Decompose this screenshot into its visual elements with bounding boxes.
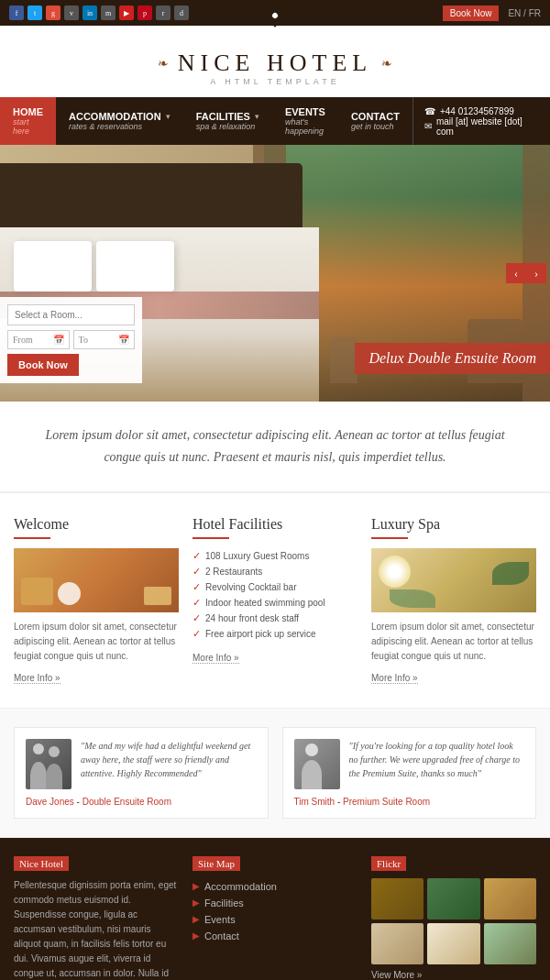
facility-1: 2 Restaurants [205, 567, 262, 577]
author-2-name: Tim Smith [294, 797, 336, 807]
testimonial-2: "If you're looking for a top quality hot… [282, 727, 537, 819]
footer-link-events[interactable]: ▶ Events [192, 911, 358, 928]
nav-events-label: EVENTS [285, 106, 325, 117]
check-icon: ✓ [192, 581, 201, 593]
testimonial-2-avatar [294, 739, 340, 789]
footer-sitemap-title: Site Map [192, 856, 358, 871]
nav-home-label: HOME [13, 106, 43, 117]
pinterest-icon[interactable]: p [138, 6, 152, 20]
footer-link-events-label: Events [204, 914, 236, 925]
facilities-arrow: ▾ [255, 112, 259, 121]
footer-sitemap-badge: Site Map [192, 856, 240, 871]
facility-2: Revolving Cocktail bar [205, 582, 297, 592]
spa-more-info-link[interactable]: More Info [371, 673, 418, 684]
nav-accommodation-sub: rates & reservations [69, 122, 170, 131]
spa-image [371, 548, 536, 612]
twitter-icon[interactable]: t [28, 6, 42, 20]
footer-col-sitemap: Site Map ▶ Accommodation ▶ Facilities ▶ … [192, 856, 358, 980]
nav-contact-sub: get in touch [351, 122, 400, 131]
footer-link-contact-label: Contact [204, 930, 239, 941]
social-icons: f t g v in m ▶ p r d [9, 6, 189, 20]
facilities-title: Hotel Facilities [192, 516, 358, 533]
facility-4: 24 hour front desk staff [205, 613, 299, 623]
to-label: To [79, 335, 88, 345]
flickr-item-4[interactable] [371, 923, 424, 964]
footer-about-badge: Nice Hotel [14, 856, 69, 871]
check-icon: ✓ [192, 550, 201, 562]
language-selector[interactable]: EN / FR [508, 8, 541, 18]
footer-arrow-icon: ▶ [192, 881, 200, 891]
nav-accommodation[interactable]: ACCOMMODATION ▾ rates & reservations [56, 97, 183, 145]
map-pin-container [0, 26, 550, 33]
footer-arrow-icon: ▶ [192, 914, 200, 924]
flickr-item-2[interactable] [427, 878, 479, 919]
rss-icon[interactable]: r [156, 6, 170, 20]
nav-events[interactable]: EVENTS what's happening [272, 97, 338, 145]
footer-about-text: Pellentesque dignissim porta enim, eget … [14, 878, 179, 980]
to-date[interactable]: To 📅 [73, 330, 136, 349]
nav-contact-label: CONTACT [351, 111, 400, 122]
flickr-item-1[interactable] [371, 878, 424, 919]
footer-link-accommodation[interactable]: ▶ Accommodation [192, 878, 358, 895]
flickr-item-3[interactable] [484, 878, 536, 919]
welcome-more-info-link[interactable]: More Info [14, 673, 60, 684]
email-icon: ✉ [424, 121, 432, 131]
footer-about-title: Nice Hotel [14, 856, 179, 871]
testimonial-1-avatar [26, 739, 72, 789]
facility-5: Free airport pick up service [205, 629, 316, 639]
top-right: Book Now EN / FR [443, 6, 541, 21]
testimonials-section: "Me and my wife had a delightful weekend… [0, 708, 550, 838]
footer-col-about: Nice Hotel Pellentesque dignissim porta … [14, 856, 179, 980]
flickr-view-more-link[interactable]: View More [371, 970, 536, 980]
flickr-item-5[interactable] [427, 923, 479, 964]
email-row: ✉ mail [at] website [dot] com [424, 116, 539, 137]
footer-flickr-title: Flickr [371, 856, 536, 871]
date-row: From 📅 To 📅 [7, 330, 135, 349]
hero-caption: Delux Double Ensuite Room [355, 343, 550, 374]
top-book-now-button[interactable]: Book Now [443, 6, 500, 21]
google-plus-icon[interactable]: g [46, 6, 60, 20]
welcome-title: Welcome [14, 516, 179, 533]
list-item: ✓24 hour front desk staff [192, 611, 358, 626]
digg-icon[interactable]: d [174, 6, 189, 20]
list-item: ✓2 Restaurants [192, 564, 358, 579]
spa-column: Luxury Spa Lorem ipsum dolor sit amet, c… [371, 516, 536, 685]
calendar-icon-from: 📅 [53, 335, 64, 345]
check-icon: ✓ [192, 628, 201, 640]
deco-left: ❧ [158, 56, 169, 72]
welcome-text: Lorem ipsum dolor sit amet, consectetur … [14, 620, 179, 664]
testimonial-2-author: Tim Smith - Premium Suite Room [294, 797, 525, 807]
facility-3: Indoor heated swimming pool [205, 598, 325, 608]
book-now-form-button[interactable]: Book Now [7, 354, 79, 376]
facilities-more-info-link[interactable]: More Info [192, 653, 239, 664]
myspace-icon[interactable]: m [101, 6, 116, 20]
nav-contact[interactable]: CONTACT get in touch [338, 97, 412, 145]
footer-arrow-icon: ▶ [192, 930, 200, 941]
footer-link-facilities[interactable]: ▶ Facilities [192, 895, 358, 911]
facebook-icon[interactable]: f [9, 6, 24, 20]
vimeo-icon[interactable]: v [64, 6, 79, 20]
hero-next-button[interactable]: › [526, 263, 546, 283]
footer-link-contact[interactable]: ▶ Contact [192, 928, 358, 944]
footer-sitemap-links: ▶ Accommodation ▶ Facilities ▶ Events ▶ … [192, 878, 358, 944]
facilities-divider [192, 537, 229, 539]
from-label: From [13, 335, 33, 345]
testimonial-1-text: "Me and my wife had a delightful weekend… [81, 739, 257, 789]
email-address: mail [at] website [dot] com [436, 116, 539, 137]
quote-text: Lorem ipsum dolor sit amet, consectetur … [37, 424, 513, 468]
deco-right: ❧ [381, 56, 392, 72]
flickr-item-6[interactable] [484, 923, 536, 964]
room-select-input[interactable] [7, 304, 135, 325]
from-date[interactable]: From 📅 [7, 330, 70, 349]
nav-home-sub: start here [13, 117, 43, 136]
nav-home[interactable]: HOME start here [0, 97, 56, 145]
quote-section: Lorem ipsum dolor sit amet, consectetur … [0, 402, 550, 492]
youtube-icon[interactable]: ▶ [119, 6, 134, 20]
nav-facilities[interactable]: FACILITIES ▾ spa & relaxation [183, 97, 272, 145]
list-item: ✓108 Luxury Guest Rooms [192, 548, 358, 564]
linkedin-icon[interactable]: in [82, 6, 97, 20]
hero-prev-button[interactable]: ‹ [506, 263, 526, 283]
nav-accommodation-label: ACCOMMODATION [69, 111, 161, 122]
nav-contact-info: ☎ +44 01234567899 ✉ mail [at] website [d… [412, 97, 550, 145]
facility-0: 108 Luxury Guest Rooms [205, 551, 309, 561]
